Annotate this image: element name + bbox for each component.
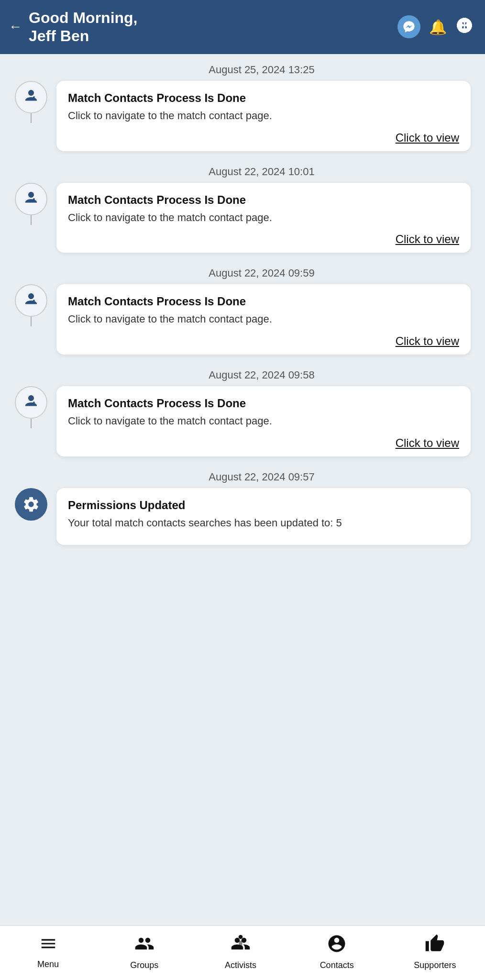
timestamp: August 22, 2024 10:01	[10, 166, 471, 178]
notification-card: Match Contacts Process Is Done Click to …	[56, 386, 471, 457]
menu-icon	[39, 935, 57, 957]
timeline-row: Permissions Updated Your total match con…	[10, 488, 471, 545]
supporters-icon	[425, 934, 445, 958]
timeline-connector	[31, 215, 32, 225]
notification-body: Click to navigate to the match contact p…	[68, 211, 459, 225]
notification-title: Permissions Updated	[68, 499, 459, 512]
greeting-line2: Jeff Ben	[29, 27, 138, 45]
nav-item-groups[interactable]: Groups	[125, 934, 164, 970]
supporters-label: Supporters	[414, 960, 456, 970]
timeline-line-wrapper	[10, 81, 53, 123]
nav-item-contacts[interactable]: Contacts	[318, 934, 356, 970]
back-button[interactable]: ←	[9, 19, 22, 34]
notification-card: Match Contacts Process Is Done Click to …	[56, 284, 471, 355]
notification-card: Match Contacts Process Is Done Click to …	[56, 183, 471, 253]
notification-bell-icon[interactable]: 🔔	[429, 19, 447, 35]
timeline-row: Match Contacts Process Is Done Click to …	[10, 183, 471, 253]
timeline-line-wrapper	[10, 386, 53, 428]
menu-label: Menu	[37, 959, 59, 969]
timeline-item: August 22, 2024 09:57 Permissions Update…	[10, 471, 471, 559]
nav-item-activists[interactable]: Activists	[221, 934, 260, 970]
contacts-icon	[327, 934, 347, 958]
notification-title: Match Contacts Process Is Done	[68, 193, 459, 207]
activists-label: Activists	[225, 960, 256, 970]
click-to-view-button[interactable]: Click to view	[68, 131, 459, 145]
match-icon-circle	[15, 284, 47, 317]
timeline-item: August 22, 2024 10:01 Match Contacts Pro…	[10, 166, 471, 267]
groups-icon	[134, 934, 154, 958]
header-left: ← Good Morning, Jeff Ben	[9, 9, 138, 45]
header-icons: 🔔	[397, 15, 474, 38]
notification-card: Permissions Updated Your total match con…	[56, 488, 471, 545]
timeline-connector	[31, 317, 32, 326]
match-icon-circle	[15, 183, 47, 215]
timeline-connector	[31, 113, 32, 123]
timeline-row: Match Contacts Process Is Done Click to …	[10, 386, 471, 457]
timeline-item: August 25, 2024 13:25 Match Contacts Pro…	[10, 64, 471, 166]
notification-body: Click to navigate to the match contact p…	[68, 414, 459, 429]
click-to-view-button[interactable]: Click to view	[68, 233, 459, 246]
notification-body: Click to navigate to the match contact p…	[68, 312, 459, 327]
timestamp: August 25, 2024 13:25	[10, 64, 471, 76]
timeline-item: August 22, 2024 09:58 Match Contacts Pro…	[10, 369, 471, 471]
gear-icon-circle	[15, 488, 47, 521]
contacts-label: Contacts	[320, 960, 354, 970]
notification-card: Match Contacts Process Is Done Click to …	[56, 81, 471, 151]
timeline-row: Match Contacts Process Is Done Click to …	[10, 81, 471, 151]
messenger-icon[interactable]	[397, 15, 420, 38]
bottom-nav: Menu Groups Activists Contacts	[0, 925, 485, 980]
nav-item-menu[interactable]: Menu	[29, 935, 67, 969]
match-icon-circle	[15, 386, 47, 419]
timeline-container: August 25, 2024 13:25 Match Contacts Pro…	[0, 54, 485, 925]
groups-label: Groups	[130, 960, 158, 970]
timestamp: August 22, 2024 09:58	[10, 369, 471, 381]
timeline-line-wrapper	[10, 183, 53, 225]
match-icon-circle	[15, 81, 47, 113]
greeting: Good Morning, Jeff Ben	[29, 9, 138, 45]
notification-title: Match Contacts Process Is Done	[68, 295, 459, 308]
timestamp: August 22, 2024 09:57	[10, 471, 471, 483]
timestamp: August 22, 2024 09:59	[10, 267, 471, 279]
header: ← Good Morning, Jeff Ben 🔔	[0, 0, 485, 54]
timeline-connector	[31, 419, 32, 428]
timeline-row: Match Contacts Process Is Done Click to …	[10, 284, 471, 355]
svg-point-0	[239, 935, 243, 939]
activists-icon	[231, 934, 251, 958]
notification-title: Match Contacts Process Is Done	[68, 397, 459, 410]
notification-title: Match Contacts Process Is Done	[68, 91, 459, 105]
notification-body: Your total match contacts searches has b…	[68, 516, 459, 531]
notification-body: Click to navigate to the match contact p…	[68, 109, 459, 123]
timeline-line-wrapper	[10, 488, 53, 521]
support-icon[interactable]	[455, 16, 474, 38]
click-to-view-button[interactable]: Click to view	[68, 334, 459, 348]
greeting-line1: Good Morning,	[29, 9, 138, 27]
click-to-view-button[interactable]: Click to view	[68, 436, 459, 450]
nav-item-supporters[interactable]: Supporters	[414, 934, 456, 970]
timeline-item: August 22, 2024 09:59 Match Contacts Pro…	[10, 267, 471, 369]
timeline-line-wrapper	[10, 284, 53, 326]
